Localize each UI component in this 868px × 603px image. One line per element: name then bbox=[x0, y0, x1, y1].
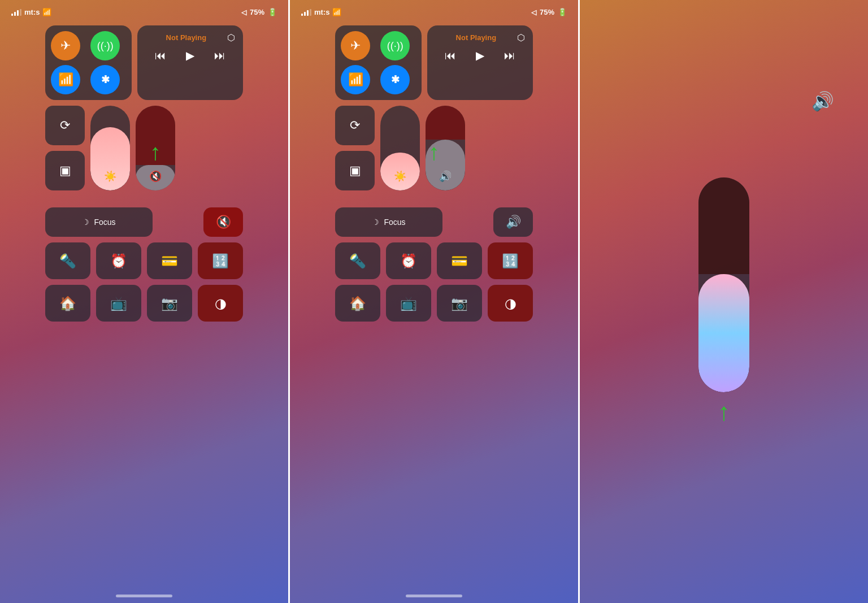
mirror-btn-2[interactable]: ▣ bbox=[335, 151, 375, 190]
panel-2: mt:s 📶 ◁ 75% 🔋 ✈ ((·)) bbox=[290, 0, 578, 603]
bluetooth-btn-1[interactable]: ✱ bbox=[90, 65, 120, 94]
volume-icon-area: 🔊 bbox=[811, 90, 834, 112]
home-btn-1[interactable]: 🏠 bbox=[45, 285, 90, 322]
mirror-icon-2: ▣ bbox=[349, 163, 361, 178]
rotation-btn-1[interactable]: ⟳ bbox=[45, 106, 85, 145]
signal-icon-1 bbox=[11, 9, 21, 16]
calc-icon-2: 🔢 bbox=[502, 253, 519, 269]
wifi-btn-icon-1: 📶 bbox=[58, 72, 73, 87]
not-playing-label-2: Not Playing bbox=[435, 33, 517, 42]
bottom-grid-2: 🔦 ⏰ 💳 🔢 🏠 📺 📷 bbox=[335, 242, 533, 322]
battery-icon-1: 🔋 bbox=[268, 8, 277, 16]
media-header-2: Not Playing ⬡ bbox=[435, 32, 525, 43]
airplane-btn-2[interactable]: ✈ bbox=[341, 31, 370, 60]
cellular-btn-1[interactable]: ((·)) bbox=[90, 31, 120, 60]
focus-btn-2[interactable]: ☽ Focus bbox=[335, 207, 442, 237]
alarm-icon-2: ⏰ bbox=[400, 253, 417, 269]
vol-dark-top bbox=[698, 177, 749, 274]
camera-btn-2[interactable]: 📷 bbox=[437, 285, 482, 322]
mirror-btn-1[interactable]: ▣ bbox=[45, 151, 85, 190]
cellular-icon-1: ((·)) bbox=[97, 40, 114, 52]
separator-2 bbox=[578, 0, 580, 603]
flashlight-icon-2: 🔦 bbox=[349, 253, 366, 269]
calc-icon-1: 🔢 bbox=[212, 253, 229, 269]
play-btn-1[interactable]: ▶ bbox=[186, 49, 194, 62]
contrast-icon-1: ◑ bbox=[215, 296, 227, 311]
calculator-btn-2[interactable]: 🔢 bbox=[488, 242, 533, 279]
big-volume-slider[interactable] bbox=[698, 177, 749, 392]
separator-1 bbox=[288, 0, 290, 603]
alarm-icon-1: ⏰ bbox=[110, 253, 127, 269]
forward-btn-2[interactable]: ⏭ bbox=[504, 49, 515, 62]
sun-icon-1: ☀️ bbox=[104, 170, 116, 183]
battery-icon-2: 🔋 bbox=[558, 8, 567, 16]
rotation-btn-2[interactable]: ⟳ bbox=[335, 106, 375, 145]
remote-btn-1[interactable]: 📺 bbox=[96, 285, 141, 322]
airplane-icon-2: ✈ bbox=[350, 38, 361, 53]
top-row-2: ✈ ((·)) 📶 ✱ Not Playing bbox=[335, 25, 533, 100]
green-arrow-1: ↑ bbox=[150, 140, 161, 165]
media-controls-1: ⏮ ▶ ⏭ bbox=[145, 49, 235, 62]
flashlight-btn-1[interactable]: 🔦 bbox=[45, 242, 90, 279]
focus-label-1: Focus bbox=[94, 218, 115, 227]
flashlight-btn-2[interactable]: 🔦 bbox=[335, 242, 380, 279]
rotation-icon-1: ⟳ bbox=[60, 118, 70, 133]
contrast-btn-1[interactable]: ◑ bbox=[198, 285, 243, 322]
airplay-icon-1[interactable]: ⬡ bbox=[227, 32, 235, 43]
carrier-label-2: mt:s bbox=[314, 8, 329, 16]
alarm-btn-2[interactable]: ⏰ bbox=[386, 242, 431, 279]
forward-btn-1[interactable]: ⏭ bbox=[214, 49, 225, 62]
status-right-2: ◁ 75% 🔋 bbox=[531, 8, 567, 16]
carrier-label-1: mt:s bbox=[24, 8, 40, 16]
vol-sq-icon-2: 🔊 bbox=[506, 215, 521, 229]
wallet-btn-2[interactable]: 💳 bbox=[437, 242, 482, 279]
remote-btn-2[interactable]: 📺 bbox=[386, 285, 431, 322]
bluetooth-icon-1: ✱ bbox=[101, 73, 110, 86]
left-controls-2: ⟳ ▣ bbox=[335, 106, 375, 190]
play-btn-2[interactable]: ▶ bbox=[476, 49, 484, 62]
location-icon-2: ◁ bbox=[531, 8, 536, 16]
bottom-grid-1: 🔦 ⏰ 💳 🔢 🏠 📺 📷 bbox=[45, 242, 243, 322]
airplane-btn-1[interactable]: ✈ bbox=[51, 31, 80, 60]
bluetooth-btn-2[interactable]: ✱ bbox=[380, 65, 410, 94]
rewind-btn-1[interactable]: ⏮ bbox=[155, 49, 166, 62]
vol-sq-btn-2[interactable]: 🔊 bbox=[493, 207, 533, 237]
flashlight-icon-1: 🔦 bbox=[59, 253, 76, 269]
connectivity-block-1: ✈ ((·)) 📶 ✱ bbox=[45, 25, 132, 100]
calculator-btn-1[interactable]: 🔢 bbox=[198, 242, 243, 279]
home-btn-2[interactable]: 🏠 bbox=[335, 285, 380, 322]
wifi-icon-2: 📶 bbox=[332, 8, 341, 16]
green-arrow-2: ↑ bbox=[428, 140, 440, 165]
home-indicator-2 bbox=[406, 595, 462, 597]
brightness-slider-2[interactable]: ☀️ bbox=[380, 106, 420, 190]
home-icon-1: 🏠 bbox=[59, 296, 76, 311]
wifi-btn-icon-2: 📶 bbox=[348, 72, 363, 87]
rewind-btn-2[interactable]: ⏮ bbox=[445, 49, 456, 62]
status-right-1: ◁ 75% 🔋 bbox=[241, 8, 277, 16]
camera-btn-1[interactable]: 📷 bbox=[147, 285, 192, 322]
cellular-icon-2: ((·)) bbox=[387, 40, 403, 52]
airplay-icon-2[interactable]: ⬡ bbox=[517, 32, 525, 43]
volume-top-icon: 🔊 bbox=[811, 91, 834, 111]
mute-btn-1[interactable]: 🔇 bbox=[203, 207, 243, 237]
camera-icon-1: 📷 bbox=[161, 296, 178, 311]
focus-btn-1[interactable]: ☽ Focus bbox=[45, 207, 153, 237]
airplane-icon-1: ✈ bbox=[60, 38, 71, 53]
top-row-1: ✈ ((·)) 📶 ✱ Not Playing bbox=[45, 25, 243, 100]
wifi-btn-1[interactable]: 📶 bbox=[51, 65, 80, 94]
wallet-btn-1[interactable]: 💳 bbox=[147, 242, 192, 279]
panel-3: 🔊 ↑ bbox=[580, 0, 868, 603]
spacer-1 bbox=[158, 207, 198, 237]
contrast-btn-2[interactable]: ◑ bbox=[488, 285, 533, 322]
cellular-btn-2[interactable]: ((·)) bbox=[380, 31, 410, 60]
home-icon-2: 🏠 bbox=[349, 296, 366, 311]
status-left-1: mt:s 📶 bbox=[11, 8, 51, 16]
wifi-icon-1: 📶 bbox=[42, 8, 51, 16]
sun-icon-2: ☀️ bbox=[394, 170, 406, 183]
focus-row-1: ☽ Focus 🔇 bbox=[45, 207, 243, 237]
spacer-2 bbox=[448, 207, 488, 237]
alarm-btn-1[interactable]: ⏰ bbox=[96, 242, 141, 279]
not-playing-label-1: Not Playing bbox=[145, 33, 227, 42]
brightness-slider-1[interactable]: ☀️ bbox=[90, 106, 130, 190]
wifi-btn-2[interactable]: 📶 bbox=[341, 65, 370, 94]
